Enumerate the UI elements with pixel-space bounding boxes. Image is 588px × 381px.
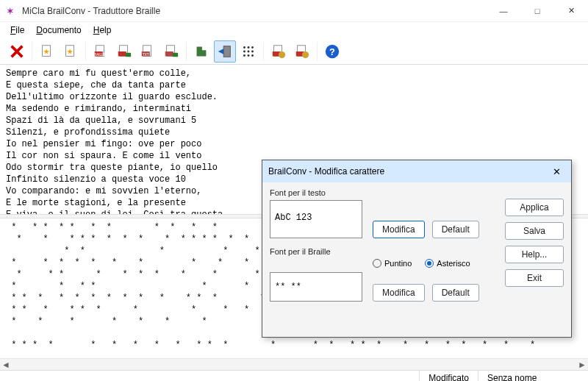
recent-doc-button-1[interactable] xyxy=(268,40,290,63)
maximize-button[interactable]: □ xyxy=(520,0,554,22)
titlebar: ✶ MiCla BrailConv - Traduttore Braille —… xyxy=(0,0,588,22)
dots-matrix-button[interactable] xyxy=(237,40,259,63)
radio-asterisco[interactable]: Asterisco xyxy=(425,259,470,268)
recent-doc-button-2[interactable] xyxy=(291,40,313,63)
dialog-close-button[interactable]: ✕ xyxy=(548,166,565,177)
window-title: MiCla BrailConv - Traduttore Braille xyxy=(22,6,487,16)
minimize-button[interactable]: — xyxy=(487,0,520,22)
svg-point-19 xyxy=(251,46,254,49)
svg-point-24 xyxy=(248,54,250,57)
svg-point-17 xyxy=(243,46,245,49)
svg-rect-16 xyxy=(223,46,230,57)
open-txt-button-1[interactable]: TXT xyxy=(137,40,159,63)
modifica-text-button[interactable]: Modifica xyxy=(373,221,425,238)
horizontal-scrollbar[interactable]: ◄ ► xyxy=(0,358,588,370)
svg-point-23 xyxy=(243,54,245,57)
app-icon: ✶ xyxy=(6,5,18,17)
svg-point-18 xyxy=(248,46,250,49)
scroll-left-icon[interactable]: ◄ xyxy=(0,359,12,371)
salva-button[interactable]: Salva xyxy=(505,222,564,240)
svg-rect-8 xyxy=(118,51,126,56)
dialog-title: BrailConv - Modifica carattere xyxy=(268,166,548,177)
status-modified: Modificato xyxy=(419,371,478,381)
font-dialog: BrailConv - Modifica carattere ✕ Font pe… xyxy=(262,160,572,338)
separator xyxy=(317,42,318,61)
open-txt-button-2[interactable] xyxy=(160,40,182,63)
applica-button[interactable]: Applica xyxy=(505,199,564,216)
delete-button[interactable] xyxy=(6,40,28,63)
separator xyxy=(186,42,187,61)
svg-text:?: ? xyxy=(329,46,335,57)
toolbar: BRAILLE TXT ? xyxy=(0,38,588,65)
open-braille-button-2[interactable] xyxy=(113,40,135,63)
default-braille-button[interactable]: Default xyxy=(432,284,479,302)
exit-button[interactable]: Exit xyxy=(505,269,564,287)
svg-point-22 xyxy=(251,50,254,52)
svg-rect-14 xyxy=(165,51,173,56)
scroll-right-icon[interactable]: ► xyxy=(576,359,588,371)
svg-point-25 xyxy=(251,54,254,57)
statusbar: Modificato Senza nome xyxy=(0,370,588,381)
new-doc-button-2[interactable] xyxy=(60,40,82,63)
radio-puntino[interactable]: Puntino xyxy=(373,259,412,268)
menubar: File Documento Help xyxy=(0,22,588,38)
menu-documento[interactable]: Documento xyxy=(32,24,85,37)
svg-rect-15 xyxy=(173,52,178,57)
new-doc-button-1[interactable] xyxy=(36,40,58,63)
separator xyxy=(32,42,32,61)
help-button[interactable]: ? xyxy=(321,40,343,63)
arrow-block-button[interactable] xyxy=(214,40,236,63)
svg-rect-9 xyxy=(126,52,131,57)
svg-point-31 xyxy=(302,51,309,58)
modifica-braille-button[interactable]: Modifica xyxy=(373,284,425,302)
font-braille-sample: ** ** xyxy=(270,272,362,302)
svg-point-21 xyxy=(248,50,250,52)
separator xyxy=(85,42,86,61)
menu-help[interactable]: Help xyxy=(89,24,116,37)
font-text-sample: AbC 123 xyxy=(270,200,362,238)
help-dialog-button[interactable]: Help... xyxy=(505,246,564,263)
font-text-label: Font per il testo xyxy=(270,188,564,197)
svg-text:TXT: TXT xyxy=(143,52,149,56)
close-button[interactable]: ✕ xyxy=(554,0,588,22)
status-filename: Senza nome xyxy=(478,371,588,381)
dialog-titlebar[interactable]: BrailConv - Modifica carattere ✕ xyxy=(262,160,571,182)
svg-text:BRAILLE: BRAILLE xyxy=(93,52,106,56)
shape-button[interactable] xyxy=(190,40,212,63)
menu-file[interactable]: File xyxy=(6,24,29,37)
separator xyxy=(263,42,264,61)
svg-point-28 xyxy=(279,51,285,58)
default-text-button[interactable]: Default xyxy=(432,221,479,238)
svg-point-20 xyxy=(243,50,245,52)
open-braille-button-1[interactable]: BRAILLE xyxy=(90,40,112,63)
